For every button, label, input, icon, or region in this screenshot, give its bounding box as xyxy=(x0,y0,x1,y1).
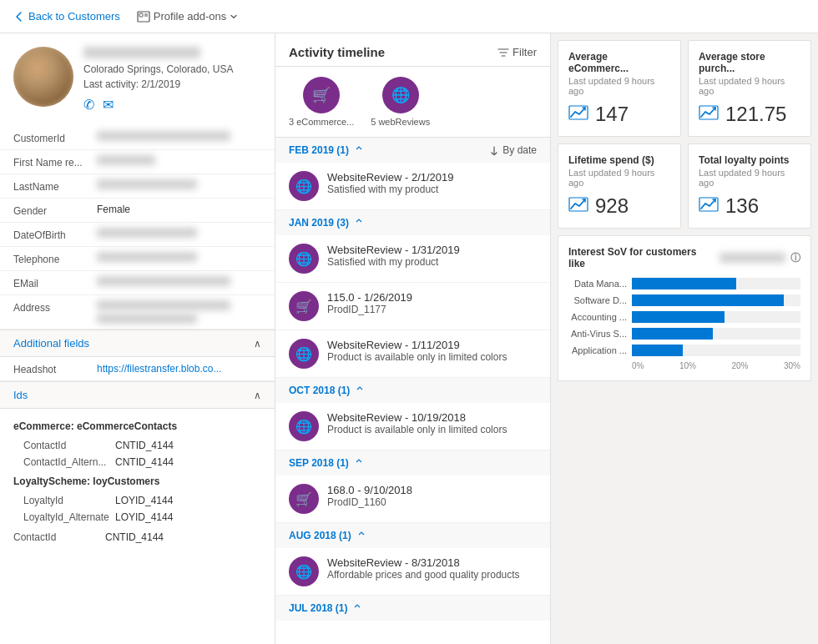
ids-group-title-loyalty: LoyaltyScheme: loyCustomers xyxy=(0,470,275,492)
timeline-title-1-0: WebsiteReview - 1/31/2019 xyxy=(327,244,537,256)
ids-group-title-ecommerce: eCommerce: eCommerceContacts xyxy=(0,415,275,437)
timeline-group-chevron-3 xyxy=(354,458,364,468)
phone-icon[interactable]: ✆ xyxy=(83,97,94,113)
axis-label-30: 30% xyxy=(784,361,800,370)
bar-label-2: Accounting ... xyxy=(568,312,627,322)
webreviews-icon-label: 5 webReviews xyxy=(371,117,430,127)
bar-row-2: Accounting ... xyxy=(568,311,800,323)
ids-label-contactid: ContactId xyxy=(23,440,115,451)
timeline-group-text-2: OCT 2018 (1) xyxy=(289,385,350,396)
by-date-button[interactable]: By date xyxy=(489,144,537,156)
timeline-group-label-1: JAN 2019 (3) xyxy=(289,217,364,229)
timeline-group-header-1[interactable]: JAN 2019 (3) xyxy=(275,210,550,235)
sort-icon xyxy=(489,145,499,155)
timeline-group-header-5[interactable]: JUL 2018 (1) xyxy=(275,596,550,621)
timeline-group-header-0[interactable]: FEB 2019 (1) By date xyxy=(275,138,550,163)
interest-card: Interest SoV for customers like ⓘ Data M… xyxy=(558,235,811,381)
timeline-item-4-0: 🌐 WebsiteReview - 8/31/2018 Affordable p… xyxy=(275,548,550,596)
headshot-url[interactable]: https://filestransfer.blob.co... xyxy=(97,363,221,375)
timeline-group-header-4[interactable]: AUG 2018 (1) xyxy=(275,523,550,548)
timeline-subtitle-1-2: Product is available only in limited col… xyxy=(327,351,537,363)
bar-track-4 xyxy=(632,345,800,356)
timeline-subtitle-2-0: Product is available only in limited col… xyxy=(327,424,537,435)
metric-title-2: Lifetime spend ($) xyxy=(568,154,670,166)
ids-field-contactid: ContactId CNTID_4144 xyxy=(0,437,275,454)
interest-card-title: Interest SoV for customers like ⓘ xyxy=(568,246,800,269)
metric-title-1: Average store purch... xyxy=(699,51,800,74)
profile-addons-button[interactable]: Profile add-ons xyxy=(137,10,241,23)
timeline-title-1-2: WebsiteReview - 1/11/2019 xyxy=(327,339,537,351)
avatar xyxy=(13,47,73,107)
timeline-item-2-0: 🌐 WebsiteReview - 10/19/2018 Product is … xyxy=(275,403,550,450)
timeline-title-4-0: WebsiteReview - 8/31/2018 xyxy=(327,556,537,569)
timeline-dot-1-0: 🌐 xyxy=(289,244,319,274)
timeline-subtitle-0-0: Satisfied with my product xyxy=(327,184,537,195)
ids-section-title: Ids xyxy=(13,389,28,401)
field-row-lastname: LastName xyxy=(0,174,275,199)
right-panel: Average eCommerc... Last updated 9 hours… xyxy=(551,33,818,644)
timeline-item-0-0: 🌐 WebsiteReview - 2/1/2019 Satisfied wit… xyxy=(275,163,550,210)
interest-info-icon[interactable]: ⓘ xyxy=(790,251,800,265)
headshot-field-row: Headshot https://filestransfer.blob.co..… xyxy=(0,357,275,381)
field-row-telephone: Telephone xyxy=(0,247,275,271)
timeline-group-header-3[interactable]: SEP 2018 (1) xyxy=(275,450,550,475)
field-row-gender: Gender Female xyxy=(0,199,275,223)
field-value-email xyxy=(97,276,230,286)
profile-actions: ✆ ✉ xyxy=(83,97,261,113)
filter-label: Filter xyxy=(513,46,537,58)
metric-value-row-0: 147 xyxy=(568,103,670,126)
metric-trend-icon-2 xyxy=(568,195,588,218)
metric-trend-icon-0 xyxy=(568,103,588,126)
metric-card-2: Lifetime spend ($) Last updated 9 hours … xyxy=(558,143,681,229)
bar-row-1: Software D... xyxy=(568,294,800,306)
metric-value-row-3: 136 xyxy=(699,194,800,218)
timeline-title-1-1: 115.0 - 1/26/2019 xyxy=(327,291,537,304)
ids-value-contactid-alt: CNTID_4144 xyxy=(115,456,174,468)
field-value-address-1 xyxy=(97,300,230,310)
metric-subtitle-0: Last updated 9 hours ago xyxy=(568,76,670,96)
field-value-gender: Female xyxy=(97,204,261,215)
headshot-label: Headshot xyxy=(13,362,97,375)
timeline-item-3-0: 🛒 168.0 - 9/10/2018 ProdID_1160 xyxy=(275,475,550,523)
activity-header: Activity timeline Filter xyxy=(275,33,550,67)
filter-button[interactable]: Filter xyxy=(497,46,537,58)
metric-number-1: 121.75 xyxy=(725,103,786,126)
timeline-dot-0-0: 🌐 xyxy=(289,171,319,201)
field-row-customerid: CustomerId xyxy=(0,126,275,150)
ids-field-contactid-alt: ContactId_Altern... CNTID_4144 xyxy=(0,454,275,470)
ids-value-contactid-bottom: CNTID_4144 xyxy=(105,531,164,543)
profile-location: Colorado Springs, Colorado, USA xyxy=(83,63,261,75)
timeline-item-1-0: 🌐 WebsiteReview - 1/31/2019 Satisfied wi… xyxy=(275,235,550,283)
webreviews-icon-circle: 🌐 xyxy=(382,77,419,113)
back-arrow-icon xyxy=(13,11,25,23)
interest-title-name xyxy=(720,253,785,263)
bar-track-3 xyxy=(632,328,800,340)
field-row-dob: DateOfBirth xyxy=(0,223,275,247)
ids-value-contactid: CNTID_4144 xyxy=(115,440,174,451)
metric-subtitle-2: Last updated 9 hours ago xyxy=(568,168,670,188)
interest-bar-chart: Data Mana... Software D... Accounting ..… xyxy=(568,278,800,356)
timeline-group-chevron-0 xyxy=(354,145,364,155)
ids-value-loyaltyid-alt: LOYID_4144 xyxy=(115,511,173,523)
profile-addons-label: Profile add-ons xyxy=(154,10,226,23)
timeline-group-text-5: JUL 2018 (1) xyxy=(289,602,347,614)
axis-label-0: 0% xyxy=(632,361,644,370)
profile-addons-icon xyxy=(137,11,150,23)
chevron-down-icon xyxy=(230,13,238,21)
timeline-group-chevron-1 xyxy=(354,218,364,228)
timeline-group-header-2[interactable]: OCT 2018 (1) xyxy=(275,378,550,403)
activity-icon-ecommerce: 🛒 3 eCommerce... xyxy=(289,77,354,127)
email-icon[interactable]: ✉ xyxy=(103,97,114,113)
timeline-group-text-3: SEP 2018 (1) xyxy=(289,457,349,469)
ids-field-loyaltyid: LoyaltyId LOYID_4144 xyxy=(0,492,275,509)
bar-track-2 xyxy=(632,311,800,323)
metric-card-3: Total loyalty points Last updated 9 hour… xyxy=(688,143,811,229)
timeline-group-label-3: SEP 2018 (1) xyxy=(289,457,364,469)
ids-section-header[interactable]: Ids ∧ xyxy=(0,381,275,409)
field-label-customerid: CustomerId xyxy=(13,131,97,144)
additional-fields-header[interactable]: Additional fields ∧ xyxy=(0,330,275,357)
timeline-dot-1-2: 🌐 xyxy=(289,339,319,369)
back-button[interactable]: Back to Customers xyxy=(13,10,120,23)
profile-header: Colorado Springs, Colorado, USA Last act… xyxy=(0,33,275,126)
field-value-address-2 xyxy=(97,314,197,324)
